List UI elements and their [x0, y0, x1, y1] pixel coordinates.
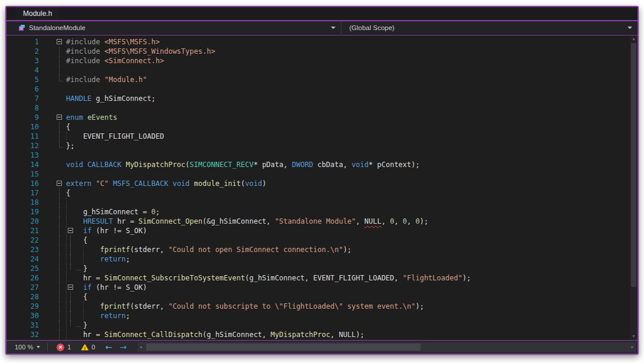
line-number[interactable]: 11 [6, 132, 42, 141]
editor[interactable]: 1#include <MSFS\MSFS.h>2#include <MSFS\M… [6, 35, 638, 340]
code-token: (g_hSimConnect, [202, 331, 271, 339]
code-line[interactable]: 16extern "C" MSFS_CALLBACK void module_i… [6, 179, 638, 188]
code-line[interactable]: 9enum eEvents [6, 113, 638, 122]
code-line[interactable]: 17{ [6, 188, 638, 198]
navigate-forward-button[interactable]: → [120, 343, 127, 351]
chevron-down-icon [331, 27, 336, 29]
code-line[interactable]: 27 if (hr != S_OK) [6, 283, 638, 292]
line-number[interactable]: 31 [6, 321, 42, 330]
error-indicator[interactable]: ✕ 1 [57, 344, 71, 351]
line-number[interactable]: 16 [6, 179, 42, 188]
code-line[interactable]: 22 { [6, 236, 638, 245]
code-line[interactable]: 6 [6, 84, 638, 94]
code-area[interactable]: 1#include <MSFS\MSFS.h>2#include <MSFS\M… [6, 35, 638, 340]
code-line[interactable]: 14void CALLBACK MyDispatchProc(SIMCONNEC… [6, 160, 638, 169]
code-line[interactable]: 18 [6, 198, 638, 207]
line-number[interactable]: 13 [6, 151, 42, 160]
code-token: ; [126, 312, 130, 320]
code-line[interactable]: 23 fprintf(stderr, "Could not open SimCo… [6, 245, 638, 254]
project-dropdown[interactable]: StandaloneModule [6, 21, 341, 34]
line-number[interactable]: 7 [6, 94, 42, 103]
line-number[interactable]: 2 [6, 47, 42, 56]
line-number[interactable]: 22 [6, 236, 42, 245]
line-number[interactable]: 12 [6, 141, 42, 151]
code-line[interactable]: 8 [6, 103, 638, 113]
fold-toggle-button[interactable] [42, 179, 64, 188]
line-number[interactable]: 4 [6, 66, 42, 75]
code-token: { [66, 189, 70, 197]
code-line[interactable]: 3#include <SimConnect.h> [6, 56, 638, 66]
fold-toggle-button[interactable] [42, 113, 64, 122]
code-line[interactable]: 31 } [6, 321, 638, 330]
code-line[interactable]: 11 EVENT_FLIGHT_LOADED [6, 132, 638, 141]
code-line[interactable]: 21 if (hr != S_OK) [6, 226, 638, 236]
code-line[interactable]: 28 { [6, 292, 638, 302]
code-line[interactable]: 32 hr = SimConnect_CallDispatch(g_hSimCo… [6, 330, 638, 339]
line-number[interactable]: 29 [6, 302, 42, 311]
outline-margin [42, 245, 64, 254]
outline-margin [42, 122, 64, 132]
line-number[interactable]: 24 [6, 254, 42, 264]
horizontal-scrollbar-thumb[interactable] [146, 344, 420, 351]
line-number[interactable]: 26 [6, 273, 42, 283]
scroll-down-icon[interactable]: ▾ [630, 333, 638, 340]
code-text: #include <SimConnect.h> [64, 56, 638, 66]
code-line[interactable]: 12}; [6, 141, 638, 151]
outline-margin [42, 311, 64, 321]
line-number[interactable]: 1 [6, 37, 42, 47]
code-line[interactable]: 5#include "Module.h" [6, 75, 638, 84]
navigate-back-button[interactable]: ← [105, 343, 112, 351]
code-token: #include [66, 76, 104, 84]
line-number[interactable]: 23 [6, 245, 42, 254]
line-number[interactable]: 6 [6, 84, 42, 94]
indent-guide [66, 292, 67, 302]
code-line[interactable]: 7HANDLE g_hSimConnect; [6, 94, 638, 103]
zoom-control[interactable]: 100 % [15, 344, 40, 351]
line-number[interactable]: 25 [6, 264, 42, 273]
line-number[interactable]: 30 [6, 311, 42, 321]
code-line[interactable]: 1#include <MSFS\MSFS.h> [6, 37, 638, 47]
line-number[interactable]: 15 [6, 169, 42, 179]
fold-guide [42, 188, 64, 198]
code-token: <MSFS\MSFS.h> [104, 38, 160, 46]
line-number[interactable]: 8 [6, 103, 42, 113]
line-number[interactable]: 3 [6, 56, 42, 66]
line-number[interactable]: 27 [6, 283, 42, 292]
line-number[interactable]: 17 [6, 188, 42, 198]
code-line[interactable]: 2#include <MSFS\MSFS_WindowsTypes.h> [6, 47, 638, 56]
vertical-scrollbar[interactable]: ▴ ▾ [630, 35, 638, 340]
line-number[interactable]: 28 [6, 292, 42, 302]
code-line[interactable]: 25 } [6, 264, 638, 273]
fold-toggle-button[interactable] [68, 284, 73, 290]
scope-dropdown[interactable]: (Global Scope) [341, 21, 638, 34]
code-line[interactable]: 24 return; [6, 254, 638, 264]
scroll-left-icon[interactable]: ◂ [137, 345, 144, 349]
code-line[interactable]: 13 [6, 151, 638, 160]
line-number[interactable]: 18 [6, 198, 42, 207]
code-line[interactable]: 19 g_hSimConnect = 0; [6, 207, 638, 217]
fold-toggle-button[interactable] [42, 37, 64, 47]
line-number[interactable]: 32 [6, 330, 42, 339]
code-line[interactable]: 26 hr = SimConnect_SubscribeToSystemEven… [6, 273, 638, 283]
code-line[interactable]: 20 HRESULT hr = SimConnect_Open(&g_hSimC… [6, 217, 638, 226]
code-line[interactable]: 10{ [6, 122, 638, 132]
line-number[interactable]: 10 [6, 122, 42, 132]
warning-indicator[interactable]: ! 0 [81, 344, 95, 351]
code-token: (stderr, [130, 246, 168, 254]
line-number[interactable]: 20 [6, 217, 42, 226]
line-number[interactable]: 19 [6, 207, 42, 217]
fold-toggle-button[interactable] [68, 228, 73, 233]
code-line[interactable]: 4 [6, 66, 638, 75]
vertical-scrollbar-thumb[interactable] [631, 43, 636, 287]
line-number[interactable]: 21 [6, 226, 42, 236]
horizontal-scrollbar[interactable]: ◂ ▸ [137, 342, 636, 352]
line-number[interactable]: 5 [6, 75, 42, 84]
scroll-right-icon[interactable]: ▸ [629, 345, 636, 349]
line-number[interactable]: 9 [6, 113, 42, 122]
code-line[interactable]: 15 [6, 169, 638, 179]
scroll-up-icon[interactable]: ▴ [630, 35, 638, 42]
line-number[interactable]: 14 [6, 160, 42, 169]
code-line[interactable]: 29 fprintf(stderr, "Could not subscripte… [6, 302, 638, 311]
tab-module-h[interactable]: Module.h [16, 7, 59, 20]
code-line[interactable]: 30 return; [6, 311, 638, 321]
